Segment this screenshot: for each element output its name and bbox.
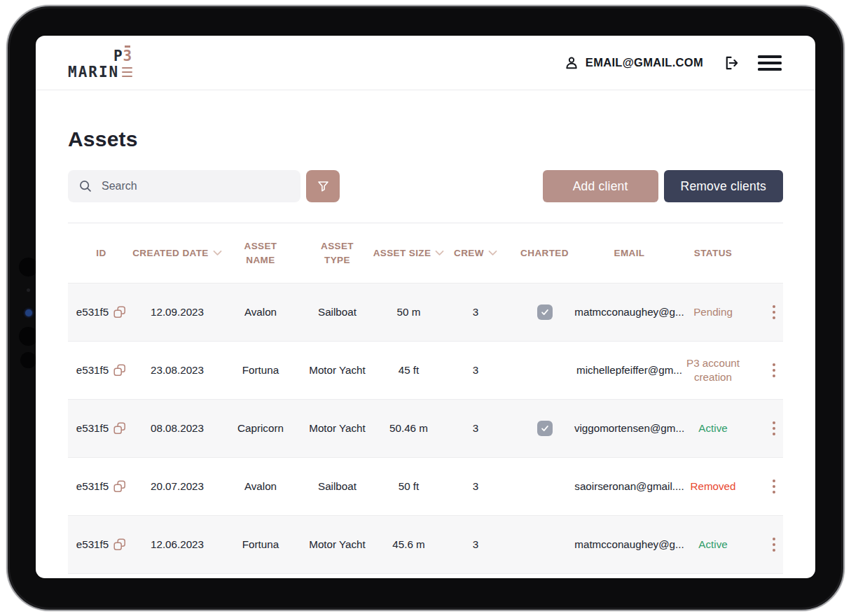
asset-name-cell: Fortuna (220, 363, 301, 377)
status-badge: Removed (691, 479, 736, 493)
row-actions-kebab-icon[interactable] (773, 516, 784, 573)
charted-checkbox[interactable] (537, 304, 553, 320)
crew-cell: 3 (444, 305, 507, 319)
hamburger-menu-icon[interactable] (758, 52, 782, 74)
charted-cell (507, 421, 582, 436)
crew-cell (444, 574, 507, 578)
asset-id: e531f5 (76, 538, 109, 552)
asset-name-cell: Capricorn (220, 421, 301, 435)
status-cell: Active (677, 421, 749, 435)
status-cell (677, 574, 749, 578)
remove-clients-button[interactable]: Remove clients (664, 170, 783, 202)
asset-id: e531f5 (76, 421, 109, 435)
charted-checkbox[interactable] (537, 421, 553, 436)
status-cell: Pending (677, 305, 749, 319)
app-header: P 3 MARIN EMAIL@GMAIL.COM (36, 36, 815, 90)
logo-top-line: P 3 (113, 46, 132, 64)
add-client-button[interactable]: Add client (543, 170, 658, 202)
charted-cell (507, 304, 582, 320)
main-content: Assets Add client R (36, 127, 815, 578)
search-input[interactable] (100, 179, 291, 193)
logo-bottom-line: MARIN (68, 65, 132, 80)
asset-name-cell: Avalon (220, 479, 301, 493)
status-badge: Active (698, 421, 727, 435)
asset-name-cell: Avalon (220, 305, 301, 319)
row-actions-kebab-icon[interactable] (773, 342, 784, 399)
table-row: e531f520.07.2023AvalonSailboat50 ft3saoi… (68, 457, 783, 515)
asset-id-cell: e531f5 (68, 421, 134, 435)
camera-sensor-icon (19, 327, 38, 346)
row-actions-kebab-icon[interactable] (773, 400, 784, 457)
crew-cell: 3 (444, 363, 507, 377)
status-badge: Active (698, 538, 727, 552)
user-icon (564, 55, 579, 71)
toolbar: Add client Remove clients (68, 170, 783, 202)
copy-id-icon[interactable] (113, 480, 126, 493)
copy-id-icon[interactable] (113, 306, 126, 318)
assets-table: IDCREATED DATEASSET NAMEASSET TYPEASSET … (68, 223, 783, 578)
asset-id-cell: e531f5 (68, 305, 134, 319)
logo-stylized-e-icon (122, 67, 132, 78)
column-header-size[interactable]: ASSET SIZE (373, 246, 444, 260)
row-actions-kebab-icon[interactable] (773, 284, 784, 341)
asset-id-cell: e531f5 (68, 479, 134, 493)
created-date-cell: 08.08.2023 (134, 421, 220, 435)
search-box (68, 170, 300, 202)
asset-id: e531f5 (76, 479, 109, 493)
created-date-cell: 12.09.2023 (134, 305, 220, 319)
page-title: Assets (68, 127, 783, 152)
created-date-cell: 23.08.2023 (134, 363, 220, 377)
email-cell: michellepfeiffer@gm... (582, 363, 677, 377)
page: { "brand": {"logo_p": "P", "logo_3": "3"… (0, 0, 851, 616)
logo-letter-p: P (113, 49, 123, 64)
row-actions-kebab-icon[interactable] (773, 574, 784, 578)
copy-id-icon[interactable] (113, 422, 126, 435)
column-header-created[interactable]: CREATED DATE (134, 246, 220, 260)
logout-icon[interactable] (721, 54, 740, 72)
copy-id-icon[interactable] (113, 538, 126, 551)
status-badge: Pending (693, 305, 733, 319)
asset-size-cell: 45 ft (373, 363, 444, 377)
app-screen: P 3 MARIN EMAIL@GMAIL.COM (36, 36, 815, 578)
funnel-icon (316, 179, 331, 194)
created-date-cell: 20.07.2023 (134, 479, 220, 493)
asset-id: e531f5 (76, 363, 109, 377)
camera-sensor-icon (19, 258, 38, 276)
asset-name-cell (220, 574, 301, 578)
created-date-cell: 12.06.2023 (134, 538, 220, 552)
column-header-status: STATUS (677, 246, 749, 260)
crew-cell: 3 (444, 421, 507, 435)
table-row: e531f512.09.2023AvalonSailboat50 m3matmc… (68, 283, 783, 341)
account-menu[interactable]: EMAIL@GMAIL.COM (564, 55, 703, 71)
table-row-partial (68, 573, 783, 578)
filter-button[interactable] (306, 170, 340, 202)
account-email: EMAIL@GMAIL.COM (586, 56, 703, 69)
asset-type-cell: Motor Yacht (301, 538, 373, 552)
logo-text-marin: MARIN (68, 65, 119, 80)
asset-size-cell: 45.6 m (373, 538, 444, 552)
row-actions-kebab-icon[interactable] (773, 458, 784, 515)
asset-type-cell: Sailboat (301, 479, 373, 493)
email-cell: viggomortensen@gm... (582, 421, 677, 435)
column-header-crew[interactable]: CREW (444, 246, 507, 260)
sort-chevron-icon (488, 250, 497, 256)
asset-id: e531f5 (76, 305, 109, 319)
sort-chevron-icon (435, 250, 444, 256)
table-body: e531f512.09.2023AvalonSailboat50 m3matmc… (68, 283, 783, 578)
asset-type-cell: Sailboat (301, 305, 373, 319)
column-header-name: ASSET NAME (220, 239, 301, 267)
charted-cell (507, 574, 582, 578)
created-date-cell (134, 574, 220, 578)
asset-type-cell: Motor Yacht (301, 363, 373, 377)
header-right-group: EMAIL@GMAIL.COM (564, 52, 782, 74)
asset-size-cell (373, 574, 444, 578)
asset-size-cell: 50 ft (373, 479, 444, 493)
crew-cell: 3 (444, 479, 507, 493)
column-header-type: ASSET TYPE (301, 239, 373, 267)
asset-size-cell: 50.46 m (373, 421, 444, 435)
copy-id-icon[interactable] (113, 364, 126, 377)
table-row: e531f508.08.2023CapricornMotor Yacht50.4… (68, 399, 783, 457)
search-icon (78, 178, 93, 194)
table-row: e531f523.08.2023FortunaMotor Yacht45 ft3… (68, 341, 783, 399)
logo-digit-3: 3 (123, 46, 133, 64)
